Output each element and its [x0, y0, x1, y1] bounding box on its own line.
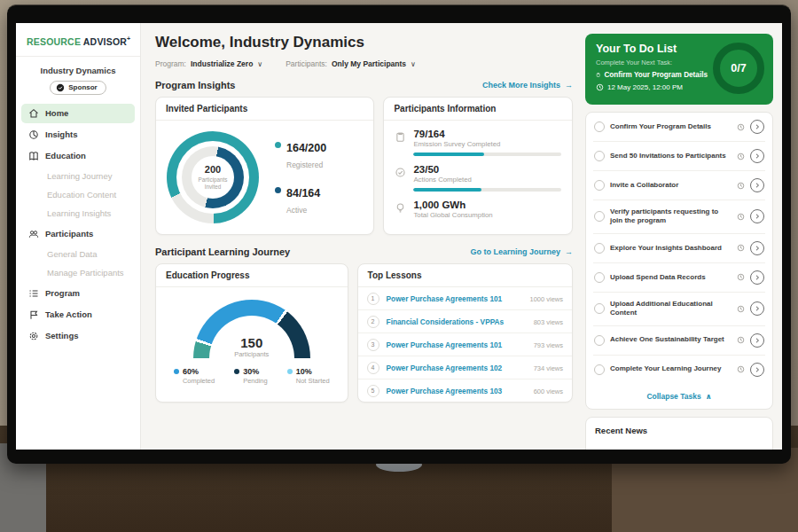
- education-progress-gauge-chart: 150 Participants: [193, 300, 310, 358]
- monitor-bezel: RESOURCE ADVISOR+ Industry Dynamics Spon…: [7, 4, 791, 464]
- todo-progress-badge: 0/7: [713, 43, 764, 94]
- gauge-center-label: Participants: [193, 350, 310, 358]
- task-checkbox[interactable]: [594, 243, 605, 254]
- card-title: Participants Information: [384, 98, 572, 121]
- lesson-views-label: views: [544, 387, 563, 395]
- actions-icon: [395, 167, 406, 178]
- stat-actions-completed: 23/50 Actions Completed: [395, 164, 561, 192]
- task-checkbox[interactable]: [594, 180, 605, 191]
- program-filter-dropdown[interactable]: Program: Industrialize Zero ∨: [155, 59, 262, 68]
- link-label: Check More Insights: [482, 81, 560, 90]
- donut-center-label: Participants Invited: [195, 176, 231, 191]
- lesson-link[interactable]: Power Purchase Agreements 101: [387, 340, 527, 349]
- collapse-tasks-link[interactable]: Collapse Tasks ∧: [593, 384, 765, 409]
- task-upload-educational-content[interactable]: Upload Additional Educational Content: [593, 293, 765, 326]
- clock-icon: [737, 273, 745, 281]
- task-checkbox[interactable]: [594, 151, 605, 161]
- stat-label: Total Global Consumption: [413, 211, 561, 219]
- sidebar-item-take-action[interactable]: Take Action: [21, 305, 135, 325]
- task-go-button[interactable]: [750, 301, 764, 316]
- chevron-right-icon: [754, 305, 761, 312]
- sidebar-item-learning-insights[interactable]: Learning Insights: [21, 205, 135, 223]
- sidebar-item-home[interactable]: Home: [21, 104, 135, 123]
- task-go-button[interactable]: [750, 270, 764, 285]
- invited-participants-card: Invited Participants 200 Participants In…: [155, 97, 374, 235]
- task-go-button[interactable]: [750, 149, 764, 163]
- sidebar-item-settings[interactable]: Settings: [21, 326, 135, 346]
- task-checkbox[interactable]: [594, 121, 605, 132]
- lesson-views: 600: [534, 387, 545, 395]
- todo-title: Your To Do List: [596, 43, 708, 55]
- take-action-icon: [28, 309, 39, 320]
- lesson-link[interactable]: Power Purchase Agreements 101: [387, 294, 523, 303]
- sidebar-item-education-content[interactable]: Education Content: [21, 186, 135, 204]
- task-upload-spend-data[interactable]: Upload Spend Data Records: [593, 263, 765, 293]
- participants-icon: [28, 229, 39, 239]
- sponsor-label: Sponsor: [68, 83, 97, 91]
- recent-news-card: Recent News: [585, 417, 773, 450]
- chevron-right-icon: [754, 337, 761, 344]
- legend-label: Registered: [286, 160, 323, 169]
- lesson-rank: 1: [367, 293, 379, 305]
- sidebar-item-general-data[interactable]: General Data: [21, 246, 135, 263]
- lesson-rank: 2: [367, 316, 379, 328]
- lesson-link[interactable]: Power Purchase Agreements 102: [387, 364, 527, 372]
- participants-information-card: Participants Information 79/164 Emission…: [383, 97, 573, 235]
- lesson-link[interactable]: Financial Considerations - VPPAs: [387, 317, 527, 326]
- sidebar-item-insights[interactable]: Insights: [21, 125, 135, 145]
- participants-filter-value: Only My Participants: [332, 59, 406, 68]
- task-checkbox[interactable]: [594, 211, 605, 222]
- logo-plus: +: [127, 35, 130, 42]
- sidebar-item-education[interactable]: Education: [21, 146, 135, 166]
- sidebar-item-participants[interactable]: Participants: [21, 224, 135, 244]
- task-complete-learning-journey[interactable]: Complete Your Learning Journey: [593, 356, 765, 384]
- legend-label: Active: [286, 206, 307, 215]
- sidebar-item-learning-journey[interactable]: Learning Journey: [21, 168, 135, 185]
- task-label: Verify participants requesting to join t…: [610, 207, 732, 226]
- task-checkbox[interactable]: [594, 364, 605, 375]
- clock-icon: [737, 244, 745, 252]
- survey-icon: [395, 131, 406, 143]
- legend-dot: [275, 142, 281, 148]
- sidebar-item-program[interactable]: Program: [21, 284, 135, 303]
- todo-next-task: Confirm Your Program Details: [604, 71, 708, 79]
- task-explore-insights[interactable]: Explore Your Insights Dashboard: [593, 234, 765, 263]
- app-window: RESOURCE ADVISOR+ Industry Dynamics Spon…: [16, 23, 782, 450]
- task-checkbox[interactable]: [594, 272, 605, 283]
- lesson-link[interactable]: Power Purchase Agreements 103: [387, 387, 527, 395]
- desk-background: RESOURCE ADVISOR+ Industry Dynamics Spon…: [0, 0, 798, 532]
- task-go-button[interactable]: [750, 363, 764, 377]
- lesson-rank: 4: [367, 362, 379, 374]
- sidebar: RESOURCE ADVISOR+ Industry Dynamics Spon…: [16, 23, 141, 450]
- task-invite-collaborator[interactable]: Invite a Collaborator: [593, 171, 765, 200]
- task-checkbox[interactable]: [594, 303, 605, 314]
- task-go-button[interactable]: [750, 120, 764, 134]
- legend-dot: [275, 187, 281, 193]
- task-verify-participants[interactable]: Verify participants requesting to join t…: [593, 200, 765, 234]
- stat-label: Actions Completed: [413, 176, 561, 184]
- go-to-learning-journey-link[interactable]: Go to Learning Journey→: [470, 247, 573, 256]
- chevron-right-icon: [754, 274, 761, 281]
- task-label: Complete Your Learning Journey: [610, 364, 732, 373]
- sidebar-item-label: Participants: [45, 229, 93, 239]
- check-more-insights-link[interactable]: Check More Insights→: [482, 81, 573, 90]
- task-confirm-program[interactable]: Confirm Your Program Details: [593, 113, 765, 142]
- task-go-button[interactable]: [750, 241, 764, 255]
- gauge-legend: 60% Completed 30% Pending 10% Not Starte…: [165, 367, 339, 385]
- sidebar-item-manage-participants[interactable]: Manage Participants: [21, 264, 135, 282]
- sidebar-item-label: Education: [45, 151, 86, 160]
- participants-filter-dropdown[interactable]: Participants: Only My Participants ∨: [286, 59, 416, 68]
- lesson-views-label: views: [544, 341, 563, 349]
- task-go-button[interactable]: [750, 209, 764, 223]
- settings-gear-icon: [28, 331, 39, 341]
- task-achieve-sustainability-target[interactable]: Achieve One Sustainability Target: [593, 326, 765, 356]
- org-name: Industry Dynamics: [16, 66, 140, 75]
- task-go-button[interactable]: [750, 178, 764, 192]
- task-checkbox[interactable]: [594, 335, 605, 346]
- task-go-button[interactable]: [750, 333, 764, 348]
- legend-label: Pending: [243, 377, 268, 385]
- task-send-invitations[interactable]: Send 50 Invitations to Participants: [593, 142, 765, 171]
- task-label: Confirm Your Program Details: [610, 122, 732, 131]
- program-filter-label: Program:: [155, 59, 186, 68]
- lesson-row: 5 Power Purchase Agreements 103 600 view…: [358, 379, 572, 402]
